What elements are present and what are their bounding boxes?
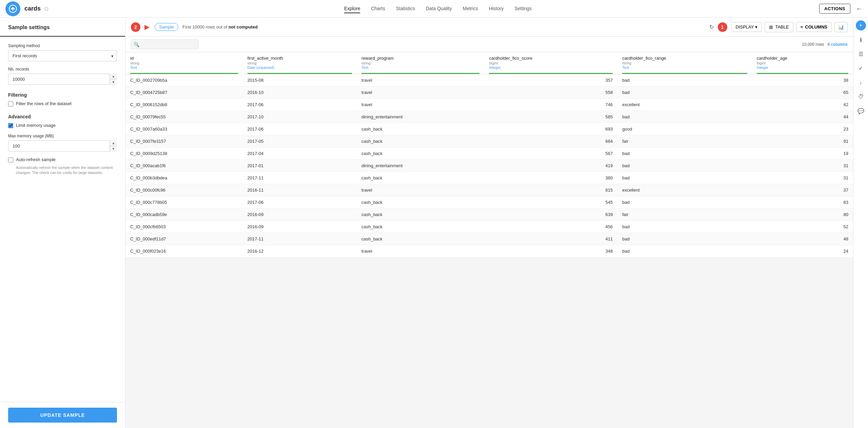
- nb-records-input[interactable]: 10000: [8, 74, 117, 85]
- table-cell-id: C_ID_000b3dbdea: [125, 172, 243, 184]
- tab-statistics[interactable]: Statistics: [396, 4, 415, 13]
- table-cell-cardholder_fico_range: fair: [617, 209, 752, 221]
- table-cell-first_active_month: 2016-09: [243, 209, 357, 221]
- tab-history[interactable]: History: [489, 4, 504, 13]
- table-cell-reward_program: travel: [357, 99, 484, 111]
- tab-data-quality[interactable]: Data Quality: [426, 4, 452, 13]
- max-memory-wrapper: 100 ▲ ▼: [8, 140, 117, 152]
- info-icon[interactable]: ℹ: [856, 35, 866, 45]
- nb-records-label: Nb. records: [8, 67, 117, 72]
- table-head: id string Text first_active_month string…: [125, 52, 853, 74]
- content-area: 2 ▶ Sample First 10000 rows out of not c…: [125, 18, 853, 428]
- columns-button[interactable]: ≡ COLUMNS: [796, 22, 832, 32]
- table-cell-id: C_ID_000cadb59e: [125, 209, 243, 221]
- table-row: C_ID_0004725b872016-10travel558bad65: [125, 86, 853, 99]
- display-label: DISPLAY: [736, 24, 754, 30]
- limit-memory-checkbox[interactable]: [8, 123, 13, 128]
- search-input[interactable]: [131, 39, 199, 49]
- col-header-fico-score: cardholder_fico_score bigint Integer: [484, 52, 617, 74]
- table-cell-cardholder_fico_score: 664: [484, 135, 617, 148]
- update-sample-button[interactable]: UPDATE SAMPLE: [8, 408, 117, 423]
- table-row: C_ID_0007a60a332017-06cash_back693good23: [125, 123, 853, 135]
- table-cell-reward_program: cash_back: [357, 196, 484, 209]
- col-header-fico-range: cardholder_fico_range string Text: [617, 52, 752, 74]
- col-header-id: id string Text: [125, 52, 243, 74]
- nav-tabs: Explore Charts Statistics Data Quality M…: [57, 4, 819, 13]
- list-icon[interactable]: ☰: [856, 49, 866, 59]
- table-cell-cardholder_age: 83: [752, 196, 853, 209]
- table-cell-cardholder_fico_range: bad: [617, 245, 752, 257]
- table-row: C_ID_0006152db82017-06travel746excellent…: [125, 99, 853, 111]
- toolbar: 2 ▶ Sample First 10000 rows out of not c…: [125, 18, 853, 37]
- data-table: id string Text first_active_month string…: [125, 52, 853, 257]
- display-button[interactable]: DISPLAY ▾: [731, 22, 762, 32]
- plus-icon[interactable]: +: [856, 20, 866, 31]
- table-cell-cardholder_fico_score: 746: [484, 99, 617, 111]
- tab-settings[interactable]: Settings: [514, 4, 532, 13]
- top-nav: cards ⊙ Explore Charts Statistics Data Q…: [0, 0, 868, 18]
- check-circle-icon[interactable]: ✓: [856, 63, 866, 73]
- table-cell-cardholder_fico_score: 567: [484, 148, 617, 160]
- max-memory-input[interactable]: 100: [8, 140, 117, 152]
- table-label: TABLE: [775, 24, 789, 30]
- table-cell-cardholder_age: 31: [752, 160, 853, 172]
- table-cell-cardholder_age: 48: [752, 233, 853, 245]
- filter-checkbox[interactable]: [8, 101, 13, 106]
- max-memory-spinners: ▲ ▼: [110, 140, 117, 152]
- nav-logo[interactable]: [5, 1, 20, 16]
- max-memory-decrement[interactable]: ▼: [110, 146, 117, 152]
- refresh-icon[interactable]: ↻: [709, 24, 714, 30]
- table-cell-first_active_month: 2017-06: [243, 123, 357, 135]
- table-row: C_ID_000cadb59e2016-09cash_back639fair80: [125, 209, 853, 221]
- table-cell-id: C_ID_000cfb6503: [125, 221, 243, 233]
- table-row: C_ID_0009d251382017-04cash_back567bad19: [125, 148, 853, 160]
- table-cell-reward_program: cash_back: [357, 221, 484, 233]
- actions-button[interactable]: ACTIONS: [819, 4, 850, 14]
- table-cell-first_active_month: 2017-10: [243, 111, 357, 123]
- tab-metrics[interactable]: Metrics: [463, 4, 478, 13]
- table-cell-id: C_ID_0004725b87: [125, 86, 243, 99]
- columns-label: COLUMNS: [805, 24, 827, 30]
- table-cell-cardholder_fico_range: bad: [617, 221, 752, 233]
- table-cell-id: C_ID_000acab1f6: [125, 160, 243, 172]
- table-cell-cardholder_age: 42: [752, 99, 853, 111]
- table-cell-cardholder_fico_score: 558: [484, 86, 617, 99]
- title-settings-icon[interactable]: ⊙: [44, 5, 48, 12]
- table-cell-cardholder_fico_score: 411: [484, 233, 617, 245]
- table-cell-cardholder_fico_range: bad: [617, 196, 752, 209]
- table-cell-cardholder_age: 38: [752, 74, 853, 86]
- table-cell-id: C_ID_000f023e16: [125, 245, 243, 257]
- clock-icon[interactable]: ⏱: [856, 92, 866, 102]
- sidebar-title: Sample settings: [0, 18, 125, 37]
- tab-charts[interactable]: Charts: [371, 4, 385, 13]
- tab-explore[interactable]: Explore: [344, 4, 360, 13]
- table-cell-cardholder_fico_score: 419: [484, 160, 617, 172]
- table-cell-cardholder_age: 37: [752, 184, 853, 196]
- table-row: C_ID_00079fec552017-10dining_entertainme…: [125, 111, 853, 123]
- table-cell-id: C_ID_0006152db8: [125, 99, 243, 111]
- back-button[interactable]: ←: [856, 5, 863, 13]
- table-cell-first_active_month: 2017-05: [243, 135, 357, 148]
- sample-badge[interactable]: Sample: [155, 23, 178, 31]
- table-button[interactable]: ⊞ TABLE: [765, 22, 793, 32]
- table-cell-reward_program: cash_back: [357, 135, 484, 148]
- filter-checkbox-label[interactable]: Filter the rows of the dataset: [16, 101, 72, 106]
- comment-icon[interactable]: 💬: [856, 106, 866, 116]
- table-cell-reward_program: cash_back: [357, 233, 484, 245]
- nb-records-spinners: ▲ ▼: [110, 74, 117, 85]
- auto-refresh-checkbox[interactable]: [8, 157, 13, 162]
- nb-records-increment[interactable]: ▲: [110, 74, 117, 79]
- table-row: C_ID_000edf11d72017-11cash_back411bad48: [125, 233, 853, 245]
- table-cell-cardholder_fico_range: bad: [617, 160, 752, 172]
- search-bar: 🔍 10,000 rows 6 columns: [125, 37, 853, 52]
- sampling-method-select[interactable]: First records: [8, 50, 117, 61]
- table-body: C_ID_0002709b5a2015-08travel357bad38C_ID…: [125, 74, 853, 257]
- limit-memory-label[interactable]: Limit memory usage: [16, 123, 56, 128]
- max-memory-increment[interactable]: ▲: [110, 140, 117, 146]
- download-icon[interactable]: ↓: [856, 77, 866, 87]
- nb-records-decrement[interactable]: ▼: [110, 79, 117, 85]
- chart-button[interactable]: 📊: [834, 22, 848, 32]
- table-cell-cardholder_fico_range: fair: [617, 135, 752, 148]
- auto-refresh-label[interactable]: Auto-refresh sample: [16, 157, 56, 162]
- table-cell-first_active_month: 2017-04: [243, 148, 357, 160]
